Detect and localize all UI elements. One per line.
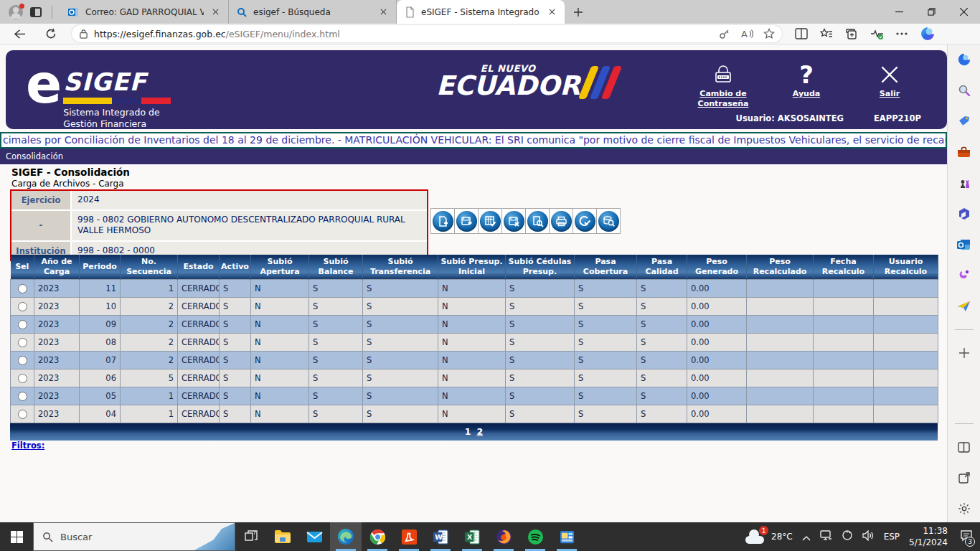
language-indicator[interactable]: ESP bbox=[884, 532, 900, 542]
back-button[interactable] bbox=[9, 24, 30, 43]
print-button[interactable] bbox=[549, 208, 573, 234]
password-key-icon[interactable] bbox=[719, 28, 730, 39]
upload-file-button[interactable] bbox=[454, 208, 479, 234]
row-select-radio[interactable] bbox=[18, 302, 27, 311]
split-screen-icon[interactable] bbox=[795, 28, 808, 39]
minimize-button[interactable] bbox=[883, 0, 915, 24]
column-header: Subió Transferencia bbox=[363, 255, 438, 279]
notification-center-button[interactable]: 3 bbox=[960, 529, 973, 545]
new-document-button[interactable] bbox=[430, 208, 455, 234]
excel-button[interactable]: X bbox=[456, 522, 488, 551]
file-explorer-button[interactable] bbox=[267, 522, 298, 551]
browser-essentials-icon[interactable] bbox=[870, 28, 884, 40]
row-select-radio[interactable] bbox=[18, 392, 27, 401]
volume-icon[interactable] bbox=[862, 530, 875, 544]
read-aloud-icon[interactable]: A bbox=[740, 28, 753, 39]
tab-esigef[interactable]: eSIGEF - Sistema Integrado de G bbox=[397, 0, 565, 24]
flag-bars bbox=[63, 98, 171, 104]
weather-badge: 1 bbox=[759, 526, 768, 535]
collections-icon[interactable] bbox=[845, 28, 858, 39]
panel-icon[interactable] bbox=[956, 439, 972, 455]
tab-close-icon[interactable] bbox=[377, 6, 389, 18]
spotify-button[interactable] bbox=[519, 522, 551, 551]
browser-tab-strip: Correo: GAD PARROQUIAL VALLE esigef - Bú… bbox=[0, 0, 980, 24]
drop-icon[interactable] bbox=[956, 268, 972, 283]
row-select-radio[interactable] bbox=[18, 284, 27, 293]
delete-record-button[interactable] bbox=[501, 208, 526, 234]
help-button[interactable]: ? Ayuda bbox=[778, 60, 835, 109]
preview-document-button[interactable] bbox=[525, 208, 550, 234]
copilot-icon[interactable] bbox=[920, 26, 936, 42]
table-cell: S bbox=[309, 351, 363, 369]
lock-icon[interactable] bbox=[79, 29, 88, 39]
shopping-icon[interactable] bbox=[956, 113, 972, 129]
table-cell bbox=[814, 297, 874, 315]
settings-icon[interactable] bbox=[956, 501, 972, 517]
taskbar-search[interactable]: Buscar bbox=[33, 522, 235, 551]
table-cell: S bbox=[575, 315, 637, 333]
task-view-button[interactable] bbox=[235, 522, 267, 551]
table-cell bbox=[747, 279, 814, 297]
validate-grid-button[interactable] bbox=[478, 208, 502, 234]
table-cell: S bbox=[575, 279, 637, 297]
url-text[interactable]: https://esigef.finanzas.gob.ec/eSIGEF/me… bbox=[94, 29, 713, 39]
tab-close-icon[interactable] bbox=[546, 6, 557, 18]
send-icon[interactable] bbox=[956, 298, 972, 314]
tools-icon[interactable] bbox=[956, 144, 972, 160]
weather-widget[interactable]: 1 28°C bbox=[744, 529, 793, 544]
tab-workspaces-icon[interactable] bbox=[30, 7, 42, 17]
mail-button[interactable] bbox=[298, 522, 330, 551]
copilot-icon[interactable] bbox=[956, 52, 972, 67]
new-tab-button[interactable] bbox=[569, 3, 588, 22]
tray-expand-button[interactable] bbox=[802, 530, 811, 544]
tab-outlook[interactable]: Correo: GAD PARROQUIAL VALLE bbox=[61, 0, 229, 24]
close-button[interactable] bbox=[948, 0, 980, 24]
edge-button[interactable] bbox=[330, 522, 362, 551]
microsoft365-icon[interactable] bbox=[956, 206, 972, 222]
filters-link[interactable]: Filtros: bbox=[11, 441, 44, 451]
search-records-button[interactable] bbox=[596, 208, 621, 234]
tab-close-icon[interactable] bbox=[209, 6, 221, 18]
address-bar[interactable]: https://esigef.finanzas.gob.ec/eSIGEF/me… bbox=[72, 25, 782, 42]
photos-button[interactable] bbox=[551, 522, 583, 551]
column-header: Estado bbox=[178, 255, 220, 279]
table-cell: 05 bbox=[80, 387, 121, 405]
menu-bar[interactable]: Consolidación bbox=[0, 149, 947, 164]
more-menu-icon[interactable] bbox=[896, 32, 908, 35]
open-external-icon[interactable] bbox=[956, 470, 972, 486]
row-select-radio[interactable] bbox=[18, 410, 27, 419]
row-select-radio[interactable] bbox=[18, 338, 27, 347]
restore-button[interactable] bbox=[915, 0, 948, 24]
games-icon[interactable] bbox=[956, 175, 972, 191]
firefox-button[interactable] bbox=[488, 522, 519, 551]
row-select-radio[interactable] bbox=[18, 356, 27, 365]
browser-profile-avatar[interactable] bbox=[9, 5, 23, 19]
search-icon[interactable] bbox=[956, 83, 972, 98]
add-sidebar-icon[interactable] bbox=[956, 345, 972, 361]
search-highlight-image bbox=[192, 523, 235, 551]
table-cell: 2 bbox=[121, 297, 178, 315]
table-cell: 1 bbox=[121, 405, 178, 423]
refresh-button[interactable] bbox=[40, 24, 62, 43]
word-button[interactable]: W bbox=[425, 522, 456, 551]
network-icon[interactable] bbox=[820, 530, 832, 544]
outlook-icon[interactable] bbox=[956, 237, 972, 253]
favorites-icon[interactable] bbox=[820, 28, 833, 39]
page-link-2[interactable]: 2 bbox=[477, 426, 484, 437]
change-password-button[interactable]: Cambio de Contraseña bbox=[694, 60, 752, 109]
row-select-radio[interactable] bbox=[18, 374, 27, 383]
table-cell: 2023 bbox=[34, 297, 80, 315]
page-current: 1 bbox=[465, 426, 471, 437]
exit-button[interactable]: Salir bbox=[861, 60, 918, 109]
tab-search[interactable]: esigef - Búsqueda bbox=[229, 0, 397, 24]
favorite-star-icon[interactable] bbox=[763, 28, 775, 39]
start-button[interactable] bbox=[0, 522, 33, 551]
row-select-radio[interactable] bbox=[18, 320, 27, 329]
table-cell: S bbox=[506, 315, 575, 333]
pdf-reader-button[interactable] bbox=[393, 522, 425, 551]
clock[interactable]: 11:38 5/1/2024 bbox=[909, 525, 948, 548]
chrome-button[interactable] bbox=[362, 522, 393, 551]
approve-button[interactable] bbox=[573, 208, 597, 234]
padlock-icon bbox=[694, 60, 752, 89]
onedrive-sync-icon[interactable] bbox=[842, 529, 853, 544]
